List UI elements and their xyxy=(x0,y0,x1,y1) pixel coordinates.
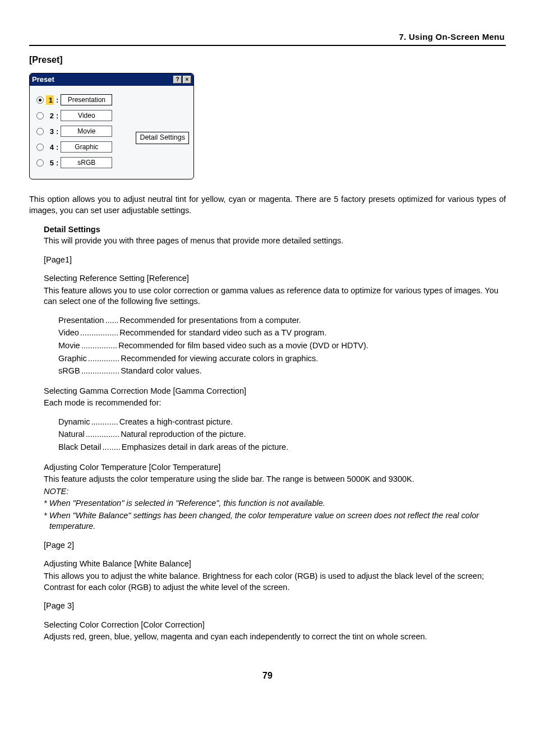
def-desc: Recommended for viewing accurate colors … xyxy=(121,353,506,365)
radio-2[interactable] xyxy=(36,112,44,119)
def-row: Movie ................ Recommended for f… xyxy=(58,340,506,352)
preset-num-1: 1 xyxy=(46,95,54,105)
detail-settings-desc: This will provide you with three pages o… xyxy=(44,236,506,247)
preset-num-4: 4 xyxy=(46,142,54,153)
def-row: Black Detail ........ Emphasizes detail … xyxy=(58,442,506,453)
def-desc: Emphasizes detail in dark areas of the p… xyxy=(122,442,506,453)
def-dots: ............ xyxy=(91,417,118,428)
def-term: Presentation xyxy=(58,315,104,326)
ref-desc: This feature allows you to use color cor… xyxy=(44,285,506,307)
help-icon[interactable]: ? xyxy=(173,76,182,84)
colon: : xyxy=(56,158,58,168)
def-desc: Recommended for film based video such as… xyxy=(118,340,506,352)
colon: : xyxy=(56,127,58,137)
def-dots: ............... xyxy=(86,429,119,440)
intro-paragraph: This option allows you to adjust neutral… xyxy=(29,194,506,216)
def-dots: ................. xyxy=(80,328,119,339)
def-row: Presentation ...... Recommended for pres… xyxy=(58,315,506,326)
topbar-wrap: 7. Using On-Screen Menu xyxy=(29,31,506,46)
preset-num-2: 2 xyxy=(46,111,54,121)
def-term: sRGB xyxy=(58,366,80,377)
cc-heading: Selecting Color Correction [Color Correc… xyxy=(44,620,506,631)
detail-settings-heading: Detail Settings xyxy=(44,224,506,236)
ct-desc: This feature adjusts the color temperatu… xyxy=(44,474,506,485)
preset-value-5[interactable]: sRGB xyxy=(61,157,112,168)
preset-value-2[interactable]: Video xyxy=(61,110,112,121)
def-desc: Recommended for presentations from a com… xyxy=(120,315,506,326)
preset-num-3: 3 xyxy=(46,127,54,137)
radio-3[interactable] xyxy=(36,128,44,135)
def-desc: Standard color values. xyxy=(121,366,506,377)
preset-row-2: 2 : Video xyxy=(36,109,189,122)
radio-4[interactable] xyxy=(36,144,44,151)
def-term: Video xyxy=(58,328,79,339)
radio-1[interactable] xyxy=(36,96,44,104)
page1-label: [Page1] xyxy=(44,255,506,266)
colon: : xyxy=(56,142,58,153)
preset-value-4[interactable]: Graphic xyxy=(61,141,112,153)
gamma-heading: Selecting Gamma Correction Mode [Gamma C… xyxy=(44,386,506,397)
def-term: Movie xyxy=(58,340,80,352)
section-title: [Preset] xyxy=(29,54,506,66)
def-row: Natural ............... Natural reproduc… xyxy=(58,429,506,440)
gamma-desc: Each mode is recommended for: xyxy=(44,398,506,409)
preset-num-5: 5 xyxy=(46,158,54,168)
def-dots: .............. xyxy=(88,353,119,365)
preset-row-1: 1 : Presentation xyxy=(36,94,189,106)
page2-label: [Page 2] xyxy=(44,540,506,551)
close-icon[interactable]: × xyxy=(183,76,191,84)
def-dots: ........ xyxy=(103,442,121,453)
preset-dialog: Preset ? × 1 : Presentation 2 : Video 3 xyxy=(29,73,194,180)
def-term: Natural xyxy=(58,429,85,440)
titlebar-icons: ? × xyxy=(173,76,191,84)
ct-heading: Adjusting Color Temperature [Color Tempe… xyxy=(44,462,506,473)
preset-value-3[interactable]: Movie xyxy=(61,126,112,137)
colon: : xyxy=(56,111,58,121)
def-row: Video ................. Recommended for … xyxy=(58,328,506,339)
cc-desc: Adjusts red, green, blue, yellow, magent… xyxy=(44,631,506,643)
preset-value-1[interactable]: Presentation xyxy=(61,94,112,105)
page3-label: [Page 3] xyxy=(44,601,506,612)
def-term: Black Detail xyxy=(58,442,102,453)
wb-desc: This allows you to adjust the white bala… xyxy=(44,571,506,593)
wb-heading: Adjusting White Balance [White Balance] xyxy=(44,559,506,570)
def-dots: ...... xyxy=(105,315,118,326)
colon: : xyxy=(56,95,58,105)
def-dots: ................. xyxy=(81,366,120,377)
def-term: Graphic xyxy=(58,353,87,365)
page-root: 7. Using On-Screen Menu [Preset] Preset … xyxy=(0,0,535,704)
page-number: 79 xyxy=(29,670,506,682)
chapter-heading: 7. Using On-Screen Menu xyxy=(29,31,506,46)
detail-settings-button[interactable]: Detail Settings xyxy=(136,132,189,144)
def-term: Dynamic xyxy=(58,417,90,428)
ref-definitions: Presentation ...... Recommended for pres… xyxy=(58,315,506,377)
def-desc: Recommended for standard video such as a… xyxy=(119,328,506,339)
dialog-body: 1 : Presentation 2 : Video 3 : Movie 4 :… xyxy=(30,86,193,179)
def-desc: Natural reproduction of the picture. xyxy=(121,429,506,440)
dialog-titlebar: Preset ? × xyxy=(30,73,193,86)
def-row: sRGB ................. Standard color va… xyxy=(58,366,506,377)
preset-row-5: 5 : sRGB xyxy=(36,156,189,169)
ref-heading: Selecting Reference Setting [Reference] xyxy=(44,273,506,284)
def-row: Graphic .............. Recommended for v… xyxy=(58,353,506,365)
dialog-title: Preset xyxy=(32,75,54,85)
gamma-definitions: Dynamic ............ Creates a high-cont… xyxy=(58,417,506,453)
def-row: Dynamic ............ Creates a high-cont… xyxy=(58,417,506,428)
note-line-2: * When "White Balance" settings has been… xyxy=(44,510,506,532)
note-label: NOTE: xyxy=(44,486,506,497)
note-line-1: * When "Presentation" is selected in "Re… xyxy=(44,498,506,509)
def-desc: Creates a high-contrast picture. xyxy=(119,417,506,428)
def-dots: ................ xyxy=(81,340,117,352)
radio-5[interactable] xyxy=(36,159,44,167)
